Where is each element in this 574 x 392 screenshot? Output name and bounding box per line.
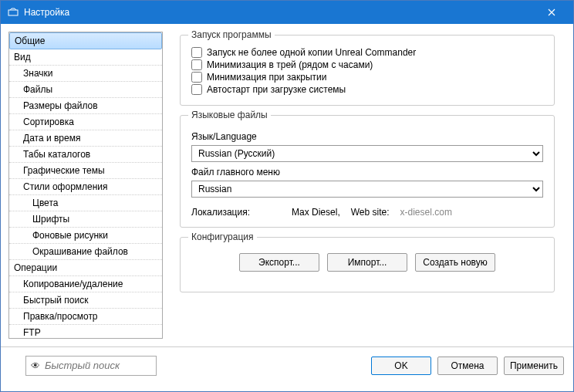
startup-option[interactable]: Автостарт при загрузке системы xyxy=(191,83,543,96)
group-startup-title: Запуск программы xyxy=(188,29,275,40)
group-config: Конфигурация Экспорт... Импорт... Создат… xyxy=(180,237,555,292)
sidebar-item[interactable]: Табы каталогов xyxy=(9,147,162,163)
quick-search-wrap[interactable]: 👁 xyxy=(25,356,157,376)
localization-site-label: Web site: xyxy=(351,207,390,218)
sidebar-item[interactable]: Операции xyxy=(9,260,162,276)
export-button[interactable]: Экспорт... xyxy=(239,253,319,272)
menu-file-select[interactable]: Russian xyxy=(191,181,543,198)
create-new-button[interactable]: Создать новую xyxy=(415,253,495,272)
language-label: Язык/Language xyxy=(191,131,543,142)
sidebar-item[interactable]: Копирование/удаление xyxy=(9,276,162,292)
titlebar: Настройка xyxy=(1,1,573,24)
sidebar-item[interactable]: Вид xyxy=(9,49,162,66)
eye-icon: 👁 xyxy=(31,360,40,371)
sidebar-item[interactable]: FTP xyxy=(9,325,162,339)
sidebar-item[interactable]: Фоновые рисунки xyxy=(9,228,162,244)
checkbox-label: Автостарт при загрузке системы xyxy=(207,84,346,95)
checkbox[interactable] xyxy=(191,47,202,58)
sidebar-item[interactable]: Сортировка xyxy=(9,114,162,130)
sidebar-item[interactable]: Общие xyxy=(9,32,162,49)
checkbox[interactable] xyxy=(191,72,202,83)
localization-site[interactable]: x-diesel.com xyxy=(400,207,452,218)
quick-search-input[interactable] xyxy=(45,360,151,371)
group-language: Языковые файлы Язык/Language Russian (Ру… xyxy=(180,115,555,228)
localization-author: Max Diesel, xyxy=(292,207,340,218)
group-startup: Запуск программы Запуск не более одной к… xyxy=(180,35,555,106)
startup-option[interactable]: Минимизация в трей (рядом с часами) xyxy=(191,59,543,71)
group-language-title: Языковые файлы xyxy=(188,110,271,120)
sidebar-item[interactable]: Стили оформления xyxy=(9,179,162,195)
sidebar-item[interactable]: Дата и время xyxy=(9,130,162,147)
import-button[interactable]: Импорт... xyxy=(327,253,407,272)
sidebar-item[interactable]: Графические темы xyxy=(9,163,162,179)
sidebar-item[interactable]: Файлы xyxy=(9,82,162,98)
sidebar-item[interactable]: Правка/просмотр xyxy=(9,309,162,325)
checkbox[interactable] xyxy=(191,84,202,95)
settings-panel: Запуск программы Запуск не более одной к… xyxy=(166,32,566,339)
menu-file-label: Файл главного меню xyxy=(191,167,543,177)
language-select[interactable]: Russian (Русский) xyxy=(191,145,543,162)
sidebar-item[interactable]: Цвета xyxy=(9,195,162,211)
ok-button[interactable]: OK xyxy=(371,357,431,375)
startup-option[interactable]: Минимизация при закрытии xyxy=(191,71,543,83)
sidebar-item[interactable]: Окрашивание файлов xyxy=(9,244,162,260)
sidebar-item[interactable]: Размеры файлов xyxy=(9,98,162,114)
app-icon xyxy=(7,6,19,19)
footer: 👁 OK Отмена Применить xyxy=(1,346,573,384)
checkbox-label: Минимизация при закрытии xyxy=(207,72,326,83)
checkbox[interactable] xyxy=(191,59,202,70)
sidebar-item[interactable]: Быстрый поиск xyxy=(9,292,162,309)
checkbox-label: Минимизация в трей (рядом с часами) xyxy=(207,59,373,70)
localization-label: Локализация: xyxy=(191,207,250,218)
settings-tree[interactable]: ОбщиеВидЗначкиФайлыРазмеры файловСортиро… xyxy=(8,32,163,339)
window-title: Настройка xyxy=(24,7,536,18)
svg-rect-0 xyxy=(8,10,18,15)
group-config-title: Конфигурация xyxy=(188,231,257,242)
cancel-button[interactable]: Отмена xyxy=(437,357,498,375)
sidebar-item[interactable]: Значки xyxy=(9,66,162,82)
startup-option[interactable]: Запуск не более одной копии Unreal Comma… xyxy=(191,46,543,59)
apply-button[interactable]: Применить xyxy=(504,357,564,375)
sidebar-item[interactable]: Шрифты xyxy=(9,211,162,228)
close-button[interactable] xyxy=(536,1,567,24)
checkbox-label: Запуск не более одной копии Unreal Comma… xyxy=(207,47,416,58)
